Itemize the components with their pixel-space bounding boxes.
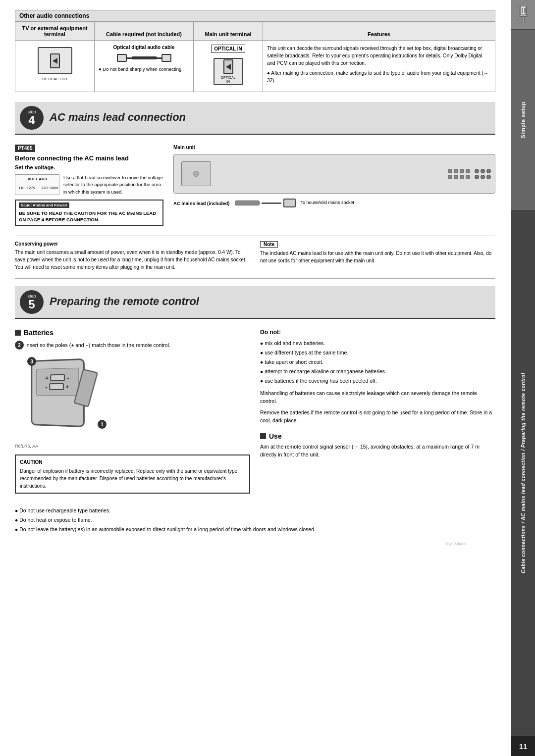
saudi-warning: BE SURE TO READ THE CAUTION FOR THE AC M…	[19, 210, 160, 223]
step4-num: 4	[28, 114, 35, 126]
svg-rect-1	[522, 8, 523, 13]
volt-adj-label: VOLT ADJ	[18, 177, 56, 181]
model-label: PT465	[15, 145, 35, 152]
use-square-icon	[260, 433, 266, 439]
before-connecting-title: Before connecting the AC mains lead	[15, 154, 163, 162]
step4-header: step 4 AC mains lead connection	[15, 102, 495, 135]
voltage-selector-diagram: VOLT ADJ 110~127V 220~240V	[15, 174, 59, 195]
battery-type-label: R6/LR6, AA	[15, 444, 250, 449]
cable-diagram	[99, 54, 189, 62]
sidebar-section-simple-setup: Simple setup	[511, 30, 535, 210]
step-num-2-circle: 2	[15, 341, 24, 350]
col-header-cable: Cable required (not included)	[95, 22, 194, 41]
col-header-features: Features	[263, 22, 495, 41]
list-item: ● attempt to recharge alkaline or mangan…	[260, 367, 495, 376]
list-item: ● use batteries if the covering has been…	[260, 376, 495, 386]
step5-section: step 5 Preparing the remote control Batt…	[15, 286, 495, 534]
step5-num: 5	[28, 299, 35, 310]
step5-right: Do not: ● mix old and new batteries. ● u…	[260, 329, 495, 494]
list-item: ● mix old and new batteries.	[260, 339, 495, 348]
audio-connections-table: TV or external equipment terminal Cable …	[15, 22, 495, 92]
step5-body: Batteries 2 Insert so the poles (+ and −…	[15, 324, 495, 499]
list-item: ● take apart or short circuit.	[260, 357, 495, 367]
optical-cable-label: Optical digital audio cable	[99, 45, 189, 50]
remove-batteries-text: Remove the batteries if the remote contr…	[260, 409, 495, 425]
batteries-title: Batteries	[15, 329, 250, 337]
set-voltage-title: Set the voltage.	[15, 164, 163, 170]
num-label-1: 1	[98, 420, 107, 429]
caution-title: CAUTION	[20, 458, 245, 466]
note-item-1: ● Do not use rechargeable type batteries…	[15, 506, 495, 515]
step4-title: AC mains lead connection	[50, 111, 186, 123]
step5-circle: step 5	[20, 290, 44, 314]
tv-terminal-cell: OPTICAL OUT	[15, 41, 95, 92]
ac-mains-label: AC mains lead (included)	[173, 201, 230, 206]
step5-left: Batteries 2 Insert so the poles (+ and −…	[15, 329, 250, 494]
do-not-title: Do not:	[260, 329, 495, 336]
note-title: Note	[260, 241, 278, 248]
table-row: OPTICAL OUT Optical digital audio cable	[15, 41, 495, 92]
page-number: 11	[511, 736, 535, 756]
optical-in-drawing: OPTICALIN	[214, 58, 243, 85]
col-header-main-terminal: Main unit terminal	[194, 22, 263, 41]
simple-setup-label: Simple setup	[520, 101, 526, 138]
step4-section: step 4 AC mains lead connection PT465 Be…	[15, 102, 495, 271]
svg-rect-2	[524, 8, 526, 13]
conservation-title: Conserving power	[15, 241, 250, 247]
step4-body: PT465 Before connecting the AC mains lea…	[15, 140, 495, 231]
battery-insert-instruction: 2 Insert so the poles (+ and −) match th…	[15, 341, 250, 350]
features-note: ● After making this connection, make set…	[267, 69, 491, 84]
optical-out-label: OPTICAL OUT	[19, 77, 90, 81]
do-not-list: ● mix old and new batteries. ● use diffe…	[260, 339, 495, 385]
features-text: This unit can decode the surround signal…	[267, 45, 491, 67]
battery-diagram-container: + - - +	[15, 354, 109, 439]
col-header-terminal: TV or external equipment terminal	[15, 22, 95, 41]
optical-in-label: OPTICAL IN	[211, 45, 245, 53]
saudi-label: Saudi Arabia and Kuwait	[19, 202, 69, 208]
right-sidebar: Simple setup Cable connections / AC main…	[511, 0, 535, 756]
doc-number: RQTX0088	[15, 542, 495, 546]
features-cell: This unit can decode the surround signal…	[263, 41, 495, 92]
batteries-square-icon	[15, 330, 21, 336]
sidebar-top-icon	[511, 0, 535, 30]
step4-info: Conserving power The main unit consumes …	[15, 236, 495, 271]
ac-mains-section: AC mains lead (included) To household ma…	[173, 199, 495, 207]
plug-icon	[516, 6, 530, 23]
step4-left: PT465 Before connecting the AC mains lea…	[15, 145, 163, 226]
caution-text: Danger of explosion if battery is incorr…	[20, 467, 245, 490]
cable-connections-label: Cable connections / AC mains lead connec…	[521, 373, 526, 573]
step5-header: step 5 Preparing the remote control	[15, 286, 495, 319]
voltage-box: VOLT ADJ 110~127V 220~240V Use a flat-he…	[15, 174, 163, 196]
svg-rect-4	[522, 16, 524, 23]
main-terminal-cell: OPTICAL IN OPTICALIN	[194, 41, 263, 92]
conservation-box: Conserving power The main unit consumes …	[15, 241, 250, 271]
to-socket-label: To household mains socket	[301, 200, 355, 206]
step5-title: Preparing the remote control	[50, 295, 199, 307]
audio-connections-section: Other audio connections TV or external e…	[15, 10, 495, 92]
sidebar-section-cable: Cable connections / AC mains lead connec…	[511, 210, 535, 736]
optical-out-drawing	[38, 47, 72, 74]
note-box: Note The included AC mains lead is for u…	[260, 241, 495, 271]
voltage-instruction: Use a flat-head screwdriver to move the …	[63, 174, 163, 196]
caution-box: CAUTION Danger of explosion if battery i…	[15, 454, 250, 494]
main-unit-diagram	[173, 154, 495, 194]
cable-note: ● Do not bend sharply when connecting.	[99, 66, 189, 72]
remote-body: + - - +	[31, 358, 85, 427]
conservation-text: The main unit consumes a small amount of…	[15, 249, 250, 271]
note-item-3: ● Do not leave the battery(ies) in an au…	[15, 525, 495, 534]
use-section: Use Aim at the remote control signal sen…	[260, 432, 495, 459]
section-header: Other audio connections	[15, 10, 495, 22]
use-title: Use	[260, 432, 495, 440]
section-divider	[15, 278, 495, 279]
list-item: ● use different types at the same time.	[260, 348, 495, 357]
main-content: Other audio connections TV or external e…	[0, 0, 510, 756]
step4-right: Main unit	[173, 145, 495, 226]
step4-circle: step 4	[20, 106, 44, 130]
use-text: Aim at the remote control signal sensor …	[260, 443, 495, 459]
bottom-notes: ● Do not use rechargeable type batteries…	[15, 506, 495, 534]
saudi-box: Saudi Arabia and Kuwait BE SURE TO READ …	[15, 200, 163, 226]
mishandling-text: Mishandling of batteries can cause elect…	[260, 390, 495, 405]
note-text: The included AC mains lead is for use wi…	[260, 250, 495, 264]
main-unit-label: Main unit	[173, 145, 495, 150]
cable-cell: Optical digital audio cable ● Do not be	[95, 41, 194, 92]
